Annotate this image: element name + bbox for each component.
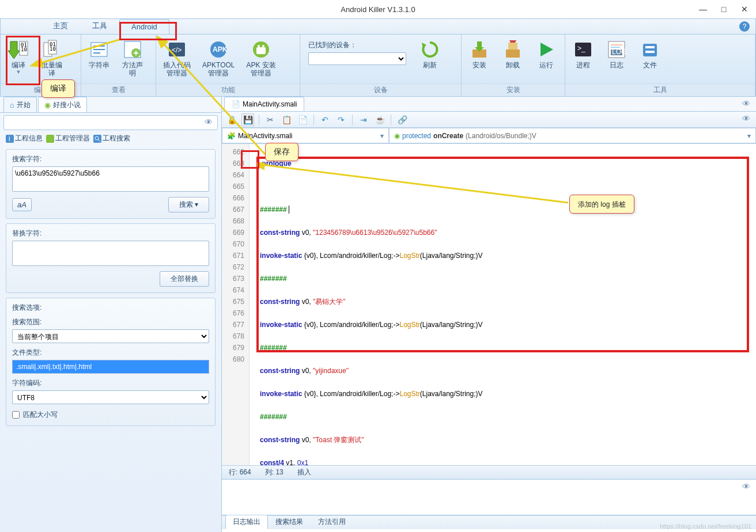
eye-icon[interactable]: 👁 [742, 114, 750, 123]
replace-chars-input[interactable] [12, 241, 209, 266]
apktool-icon: APK [208, 39, 229, 60]
copy-icon[interactable]: 📋 [280, 113, 293, 126]
breadcrumb-bar: 🧩MainActivity.smali▾ ◉protected onCreate… [222, 128, 756, 144]
undo-icon[interactable]: ↶ [319, 113, 331, 126]
svg-rect-22 [506, 50, 520, 58]
terminal-icon: >_ [573, 39, 594, 60]
svg-text:10: 10 [50, 46, 56, 52]
down-arrow-binary-icon: 0110 [8, 39, 29, 60]
code-editor[interactable]: 6626636646656666676686696706716726736746… [222, 144, 756, 465]
log-button[interactable]: LOG 日志 [601, 37, 632, 71]
compile-button[interactable]: 0110 编译 ▼ [3, 37, 34, 77]
file-button[interactable]: 文件 [634, 37, 666, 71]
java-icon[interactable]: ☕ [373, 113, 386, 126]
svg-text:APK: APK [213, 45, 228, 54]
close-button[interactable]: ✕ [738, 2, 751, 16]
apktool-manager-button[interactable]: APK APKTOOL 管理器 [198, 37, 239, 79]
menu-tab-home[interactable]: 主页 [41, 17, 80, 34]
redo-icon[interactable]: ↷ [335, 113, 347, 126]
annotation-log-callout: 添加的 log 插桩 [569, 195, 634, 214]
filter-bar[interactable]: 👁 [3, 115, 218, 130]
eye-icon[interactable]: 👁 [742, 99, 750, 108]
breadcrumb-method[interactable]: ◉protected onCreate(Landroid/os/Bundle;)… [389, 128, 756, 143]
match-case-checkbox[interactable] [12, 411, 20, 419]
install-button[interactable]: 安装 [464, 37, 495, 71]
svg-rect-33 [645, 51, 655, 53]
output-tab-methods[interactable]: 方法引用 [311, 515, 353, 529]
menu-tab-android[interactable]: Android [119, 19, 169, 34]
view-group-label: 查看 [81, 83, 156, 96]
menu-tab-tools[interactable]: 工具 [80, 17, 119, 34]
svg-text:10: 10 [21, 47, 27, 52]
batch-compile-button[interactable]: 0110 批量编 译 [36, 37, 67, 79]
android-small-icon [46, 135, 54, 143]
tab-start[interactable]: ⌂开始 [3, 97, 37, 112]
svg-text:>_: >_ [577, 44, 585, 52]
func-group-label: 功能 [156, 83, 300, 96]
paste-icon[interactable]: 📄 [296, 113, 309, 126]
minimize-button[interactable]: — [696, 2, 710, 16]
run-button[interactable]: 运行 [531, 37, 562, 71]
search-chars-label: 搜索字符: [12, 154, 209, 164]
search-button[interactable]: 搜索 ▾ [168, 197, 209, 212]
filetype-label: 文件类型: [12, 348, 209, 358]
code-content[interactable]: .prologue ####### const-string v0, "1234… [250, 144, 756, 465]
smali-icon: 🧩 [227, 132, 236, 140]
devices-found-label: 已找到的设备： [308, 40, 406, 50]
uninstall-button[interactable]: 卸载 [497, 37, 528, 71]
play-icon [536, 39, 557, 60]
svg-rect-31 [643, 44, 657, 56]
install-group-label: 安装 [462, 83, 565, 96]
svg-rect-23 [508, 43, 517, 50]
eye-icon[interactable]: 👁 [742, 482, 750, 491]
encoding-label: 字符编码: [12, 378, 209, 388]
output-tab-log[interactable]: 日志输出 [225, 515, 268, 529]
tab-project[interactable]: ◉好搜小说 [38, 97, 87, 112]
svg-text:LOG: LOG [612, 48, 626, 56]
menu-tab-bar: 主页 工具 Android ? [0, 18, 756, 35]
eye-icon: 👁 [205, 117, 213, 127]
method-decl-button[interactable]: 方法声 明 [117, 37, 148, 79]
watermark: https://blog.csdn.net/freeking101 [660, 523, 751, 530]
svg-rect-18 [256, 47, 266, 54]
maximize-button[interactable]: □ [717, 2, 731, 16]
info-icon: i [6, 135, 14, 143]
nav-icon[interactable]: 🔗 [396, 113, 409, 126]
save-icon[interactable]: 💾 [241, 113, 254, 126]
file-icon: 📄 [232, 100, 240, 108]
editor-toolbar: 🔒 💾 ✂ 📋 📄 ↶ ↷ ⇥ ☕ 🔗 👁 [222, 112, 756, 128]
font-button[interactable]: aA [12, 198, 32, 211]
subtab-info[interactable]: i工程信息 [6, 134, 43, 143]
output-tab-results[interactable]: 搜索结果 [268, 515, 311, 529]
editor-tab-mainactivity[interactable]: 📄MainActivity.smali [224, 97, 304, 111]
help-icon[interactable]: ? [739, 21, 750, 32]
breadcrumb-file[interactable]: 🧩MainActivity.smali▾ [222, 128, 389, 143]
process-button[interactable]: >_ 进程 [568, 37, 599, 71]
refresh-button[interactable]: 刷新 [414, 37, 445, 71]
insert-code-manager-button[interactable]: </> 插入代码 管理器 [158, 37, 195, 79]
encoding-select[interactable]: UTF8 [12, 390, 209, 404]
scope-select[interactable]: 当前整个项目 [12, 329, 209, 343]
string-button[interactable]: 字符串 [84, 37, 115, 71]
subtab-search[interactable]: 工程搜索 [93, 134, 130, 143]
refresh-icon [419, 39, 440, 60]
apk-install-manager-button[interactable]: APK 安装 管理器 [241, 37, 280, 79]
android-icon: ◉ [44, 101, 51, 109]
scope-label: 搜索范围: [12, 317, 209, 327]
search-chars-input[interactable]: \u6613\u9526\u5927\u5b66 [12, 166, 209, 192]
lock-icon[interactable]: 🔒 [225, 113, 238, 126]
window-title: Android Killer V1.3.1.0 [341, 5, 415, 14]
uninstall-bin-icon [502, 39, 523, 60]
replace-all-button[interactable]: 全部替换 [160, 271, 209, 287]
code-brackets-icon: </> [167, 39, 187, 60]
subtab-manager[interactable]: 工程管理器 [46, 134, 90, 143]
match-case-label: 匹配大小写 [23, 410, 58, 420]
cut-icon[interactable]: ✂ [264, 113, 277, 126]
svg-point-20 [262, 45, 264, 47]
annotation-save-callout: 保存 [265, 143, 298, 161]
svg-point-19 [258, 45, 260, 47]
search-chars-form: 搜索字符: \u6613\u9526\u5927\u5b66 aA 搜索 ▾ [6, 149, 216, 219]
device-combo[interactable] [308, 52, 406, 65]
filetype-input[interactable] [12, 360, 209, 374]
indent-icon[interactable]: ⇥ [357, 113, 370, 126]
